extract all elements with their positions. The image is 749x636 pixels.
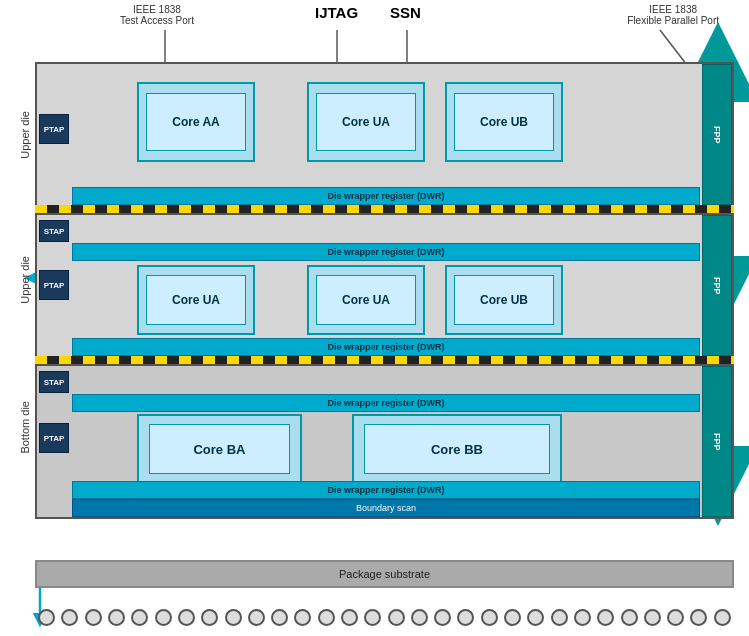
core-ub-upper1: Core UB <box>445 82 563 162</box>
dwr-bottom-bottom: Die wrapper register (DWR) <box>72 481 700 499</box>
upper-die-2-label: Upper die <box>16 207 34 352</box>
dwr-bottom-top: Die wrapper register (DWR) <box>72 394 700 412</box>
core-ub-upper2: Core UB <box>445 265 563 335</box>
ball <box>457 609 474 626</box>
ball <box>504 609 521 626</box>
divider-2 <box>35 356 734 364</box>
ball <box>271 609 288 626</box>
core-ua-upper2-left: Core UA <box>137 265 255 335</box>
ptap-bottom: PTAP <box>39 423 69 453</box>
ball <box>61 609 78 626</box>
core-aa: Core AA <box>137 82 255 162</box>
ball <box>411 609 428 626</box>
stap-bottom: STAP <box>39 371 69 393</box>
core-ua-upper1-inner: Core UA <box>316 93 416 151</box>
ball <box>294 609 311 626</box>
core-ub-upper1-inner: Core UB <box>454 93 554 151</box>
core-aa-inner: Core AA <box>146 93 246 151</box>
upper-die-1: PTAP Core AA Core UA Core UB FPP Die wra… <box>35 62 734 207</box>
ball <box>527 609 544 626</box>
ball <box>551 609 568 626</box>
dwr-upper2-top: Die wrapper register (DWR) <box>72 243 700 261</box>
core-ub-upper2-inner: Core UB <box>454 275 554 325</box>
ssn-label: SSN <box>390 4 421 21</box>
core-ua-upper2-left-inner: Core UA <box>146 275 246 325</box>
ijtag-label: IJTAG <box>315 4 358 21</box>
fpp-upper2: FPP <box>702 215 732 356</box>
ptap-upper1: PTAP <box>39 114 69 144</box>
bottom-die: STAP Die wrapper register (DWR) PTAP Cor… <box>35 364 734 519</box>
divider-1 <box>35 205 734 213</box>
ball <box>225 609 242 626</box>
ball <box>341 609 358 626</box>
core-ua-upper1: Core UA <box>307 82 425 162</box>
ptap-upper2: PTAP <box>39 270 69 300</box>
diagram-container: IEEE 1838 Test Access Port IJTAG SSN IEE… <box>0 0 749 636</box>
boundary-scan: Boundary scan <box>72 499 700 517</box>
core-ba: Core BA <box>137 414 302 484</box>
ball <box>667 609 684 626</box>
core-ua-upper2-mid: Core UA <box>307 265 425 335</box>
ball <box>690 609 707 626</box>
fpp-bottom: FPP <box>702 366 732 517</box>
ball <box>201 609 218 626</box>
ball <box>434 609 451 626</box>
solder-balls <box>35 609 734 626</box>
core-bb-inner: Core BB <box>364 424 549 474</box>
ball <box>597 609 614 626</box>
ball <box>38 609 55 626</box>
ball <box>178 609 195 626</box>
ball <box>481 609 498 626</box>
ball <box>85 609 102 626</box>
ball <box>318 609 335 626</box>
ball <box>155 609 172 626</box>
ball <box>108 609 125 626</box>
core-ba-inner: Core BA <box>149 424 291 474</box>
dwr-upper2-bottom: Die wrapper register (DWR) <box>72 338 700 356</box>
upper-die-1-label: Upper die <box>16 62 34 207</box>
core-ua-upper2-mid-inner: Core UA <box>316 275 416 325</box>
ball <box>131 609 148 626</box>
fpp-upper1: FPP <box>702 64 732 205</box>
stap-upper2: STAP <box>39 220 69 242</box>
ieee-left-label: IEEE 1838 Test Access Port <box>120 4 194 26</box>
ball <box>621 609 638 626</box>
upper-die-2: STAP Die wrapper register (DWR) PTAP Cor… <box>35 213 734 358</box>
ball <box>714 609 731 626</box>
core-bb: Core BB <box>352 414 562 484</box>
ball <box>248 609 265 626</box>
dwr-upper1-bottom: Die wrapper register (DWR) <box>72 187 700 205</box>
bottom-die-label: Bottom die <box>16 352 34 502</box>
ball <box>388 609 405 626</box>
ieee-right-label: IEEE 1838 Flexible Parallel Port <box>627 4 719 26</box>
package-substrate: Package substrate <box>35 560 734 588</box>
ball <box>574 609 591 626</box>
ball <box>644 609 661 626</box>
ball <box>364 609 381 626</box>
